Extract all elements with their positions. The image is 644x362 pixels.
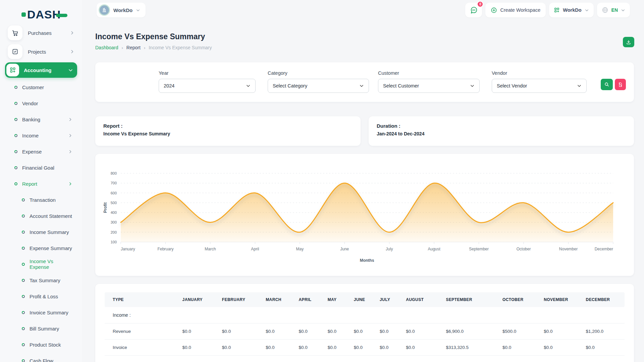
cell-value: $0.0: [377, 323, 403, 340]
year-label: Year: [159, 70, 256, 76]
sidebar-item-profit-loss[interactable]: Profit & Loss: [5, 288, 77, 304]
cell-value: [219, 356, 263, 362]
bullet-ring-icon: [22, 311, 25, 314]
chevron-down-icon: [68, 68, 73, 73]
sidebar-item-expense-summary[interactable]: Expense Summary: [5, 240, 77, 256]
profit-area-chart[interactable]: JanuaryFebruaryMarchAprilMayJuneJulyAugu…: [95, 154, 634, 276]
logo-text: DASH: [27, 8, 61, 21]
accounting-submenu: CustomerVendorBankingIncomeExpenseFinanc…: [5, 79, 77, 362]
bullet-ring-icon: [14, 118, 17, 121]
chart-x-labels: JanuaryFebruaryMarchAprilMayJuneJulyAugu…: [121, 242, 613, 251]
sidebar-item-income-vs-expense[interactable]: Income Vs Expense: [5, 256, 77, 272]
bullet-ring-icon: [14, 102, 17, 105]
bullet-ring-icon: [22, 231, 25, 234]
cell-value: [377, 356, 403, 362]
sidebar-item-label: Projects: [28, 49, 70, 55]
sidebar-item-invoice-summary[interactable]: Invoice Summary: [5, 304, 77, 320]
language-selector[interactable]: EN: [597, 3, 630, 17]
create-workspace-button[interactable]: Create Workspace: [485, 3, 546, 17]
svg-text:February: February: [157, 247, 173, 251]
workspace-name: WorkDo: [113, 7, 132, 13]
chevron-down-icon: [359, 83, 364, 88]
sidebar-item-bill-summary[interactable]: Bill Summary: [5, 320, 77, 337]
category-select[interactable]: Select Category: [268, 79, 369, 93]
chat-bubble-icon: [470, 6, 478, 14]
cell-value: $6,900.0: [443, 323, 500, 340]
customer-select[interactable]: Select Customer: [378, 79, 480, 93]
sidebar-item-tax-summary[interactable]: Tax Summary: [5, 272, 77, 288]
column-header-november: NOVEMBER: [541, 292, 583, 307]
app-logo[interactable]: DASH: [21, 8, 67, 21]
chevron-right-icon: [70, 49, 74, 54]
sidebar-item-vendor[interactable]: Vendor: [5, 95, 77, 111]
cell-value: $0.0: [403, 340, 443, 356]
cell-value: [263, 307, 296, 323]
column-header-august: AUGUST: [403, 292, 443, 307]
category-value: Select Category: [273, 83, 307, 88]
sidebar-item-label: Income: [22, 133, 68, 138]
sidebar-item-cash-flow[interactable]: Cash Flow: [5, 353, 77, 362]
chevron-right-icon: [68, 182, 72, 186]
sidebar-item-expense[interactable]: Expense: [5, 143, 77, 160]
sidebar-item-label: Tax Summary: [30, 278, 72, 283]
sidebar-item-label: Report: [22, 181, 68, 187]
svg-text:July: July: [386, 247, 393, 251]
sidebar-item-financial-goal[interactable]: Financial Goal: [5, 160, 77, 176]
cell-value: [583, 307, 625, 323]
breadcrumb-separator: ›: [144, 45, 145, 50]
breadcrumb-report-link[interactable]: Report: [126, 45, 141, 50]
bullet-ring-icon: [14, 86, 17, 89]
download-report-button[interactable]: [623, 37, 634, 47]
sidebar-item-label: Income Summary: [30, 229, 72, 235]
sidebar-item-accounting[interactable]: Accounting: [5, 62, 77, 78]
svg-text:700: 700: [111, 181, 117, 185]
logo-dot-icon: [21, 12, 26, 17]
logo-dash-icon: [56, 14, 67, 17]
table-row-invoice: Invoice$0.0$0.0$0.0$0.0$0.0$0.0$0.0$0.0$…: [105, 340, 625, 356]
notifications-button[interactable]: 0: [465, 3, 482, 17]
cell-value: [219, 307, 263, 323]
svg-text:600: 600: [111, 191, 117, 195]
sidebar-item-purchases[interactable]: Purchases: [5, 25, 77, 41]
row-label: Invoice: [105, 340, 180, 356]
sidebar-item-customer[interactable]: Customer: [5, 79, 77, 95]
chevron-down-icon: [577, 83, 582, 88]
apply-filter-button[interactable]: [601, 79, 613, 90]
cell-value: $500.0: [500, 323, 541, 340]
sidebar-item-transaction[interactable]: Transaction: [5, 192, 77, 208]
breadcrumb-current: Income Vs Expense Summary: [149, 45, 212, 50]
svg-text:April: April: [251, 247, 259, 251]
row-label: Revenue: [105, 323, 180, 340]
report-card-title: Report :: [103, 123, 353, 129]
breadcrumb-dashboard-link[interactable]: Dashboard: [95, 45, 118, 50]
sidebar-item-report[interactable]: Report: [5, 176, 77, 192]
profit-chart-card: JanuaryFebruaryMarchAprilMayJuneJulyAugu…: [95, 154, 634, 276]
sidebar-item-projects[interactable]: Projects: [5, 44, 77, 60]
sidebar-item-label: Customer: [22, 84, 72, 90]
sidebar-item-income-summary[interactable]: Income Summary: [5, 224, 77, 240]
vendor-select[interactable]: Select Vendor: [492, 79, 587, 93]
year-select[interactable]: 2024: [159, 79, 256, 93]
column-header-march: MARCH: [263, 292, 296, 307]
sidebar-item-label: Profit & Loss: [30, 294, 72, 299]
table-row-expense-: Expense :: [105, 356, 625, 362]
sidebar-item-account-statement[interactable]: Account Statement: [5, 208, 77, 224]
workspace-switcher[interactable]: WorkDo: [97, 3, 146, 17]
sidebar-item-product-stock[interactable]: Product Stock: [5, 337, 77, 353]
bullet-ring-icon: [22, 263, 25, 266]
cell-value: $0.0: [351, 323, 377, 340]
sidebar-item-label: Expense Summary: [30, 245, 72, 251]
sidebar-item-income[interactable]: Income: [5, 127, 77, 143]
sidebar-item-label: Account Statement: [30, 213, 72, 219]
sidebar-item-banking[interactable]: Banking: [5, 111, 77, 127]
bullet-ring-icon: [14, 182, 17, 185]
sidebar-nav: Purchases Projects Accounting CustomerVe…: [5, 25, 77, 362]
app-menu-button[interactable]: WorkDo: [549, 3, 593, 17]
cell-value: [351, 356, 377, 362]
cell-value: $0.0: [541, 323, 583, 340]
cell-value: $0.0: [325, 323, 351, 340]
row-label: Expense :: [105, 356, 180, 362]
chevron-right-icon: [70, 31, 74, 35]
cell-value: [351, 307, 377, 323]
reset-filter-button[interactable]: [615, 79, 626, 90]
